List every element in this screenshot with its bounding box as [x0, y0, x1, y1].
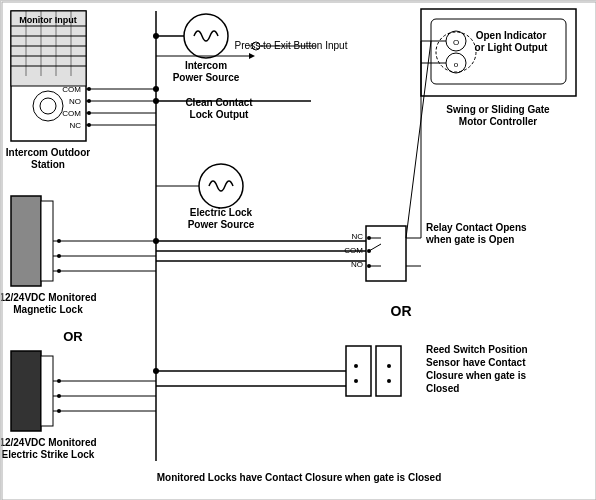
svg-text:NC: NC: [69, 121, 81, 130]
svg-text:Motor Controller: Motor Controller: [459, 116, 537, 127]
svg-point-29: [184, 14, 228, 58]
svg-rect-57: [41, 356, 53, 426]
svg-text:Power Source: Power Source: [173, 72, 240, 83]
svg-text:Monitored Locks have Contact C: Monitored Locks have Contact Closure whe…: [157, 472, 442, 483]
svg-text:when gate is Open: when gate is Open: [425, 234, 514, 245]
wiring-diagram: Monitor Input COM NO COM NC Intercom Out…: [0, 0, 596, 500]
svg-text:o: o: [454, 60, 459, 69]
svg-rect-80: [366, 226, 406, 281]
svg-text:Magnetic Lock: Magnetic Lock: [13, 304, 83, 315]
svg-point-87: [367, 236, 371, 240]
svg-text:COM: COM: [62, 109, 81, 118]
svg-point-95: [354, 364, 358, 368]
svg-point-133: [153, 368, 159, 374]
svg-text:NC: NC: [351, 232, 363, 241]
svg-text:12/24VDC Monitored: 12/24VDC Monitored: [1, 292, 97, 303]
svg-text:O: O: [453, 38, 459, 47]
svg-point-98: [387, 379, 391, 383]
svg-point-131: [153, 98, 159, 104]
svg-rect-56: [11, 351, 41, 431]
svg-text:Intercom Outdoor: Intercom Outdoor: [6, 147, 91, 158]
svg-text:Lock Output: Lock Output: [190, 109, 250, 120]
svg-text:Electric Lock: Electric Lock: [190, 207, 253, 218]
svg-rect-42: [11, 196, 41, 286]
svg-point-39: [199, 164, 243, 208]
svg-text:Swing or Sliding Gate: Swing or Sliding Gate: [446, 104, 550, 115]
svg-text:or Light Output: or Light Output: [475, 42, 548, 53]
svg-text:Station: Station: [31, 159, 65, 170]
svg-text:COM: COM: [62, 85, 81, 94]
svg-text:Sensor have Contact: Sensor have Contact: [426, 357, 526, 368]
svg-text:Reed Switch Position: Reed Switch Position: [426, 344, 528, 355]
svg-text:12/24VDC Monitored: 12/24VDC Monitored: [1, 437, 97, 448]
svg-text:Intercom: Intercom: [185, 60, 227, 71]
svg-text:Closed: Closed: [426, 383, 459, 394]
svg-point-130: [153, 86, 159, 92]
svg-text:Clean Contact: Clean Contact: [185, 97, 253, 108]
svg-text:Electric Strike Lock: Electric Strike Lock: [2, 449, 95, 460]
svg-rect-93: [346, 346, 371, 396]
svg-rect-94: [376, 346, 401, 396]
svg-point-129: [153, 33, 159, 39]
svg-point-97: [387, 364, 391, 368]
svg-text:Relay Contact Opens: Relay Contact Opens: [426, 222, 527, 233]
svg-point-88: [367, 249, 371, 253]
svg-point-89: [367, 264, 371, 268]
svg-point-132: [153, 238, 159, 244]
svg-point-96: [354, 379, 358, 383]
svg-rect-43: [41, 201, 53, 281]
svg-text:Power Source: Power Source: [188, 219, 255, 230]
svg-text:Monitor Input: Monitor Input: [19, 15, 76, 25]
svg-text:OR: OR: [63, 329, 83, 344]
svg-text:NO: NO: [69, 97, 81, 106]
svg-text:Closure when gate is: Closure when gate is: [426, 370, 526, 381]
svg-text:Open Indicator: Open Indicator: [476, 30, 547, 41]
svg-point-13: [40, 98, 56, 114]
svg-text:OR: OR: [391, 303, 412, 319]
